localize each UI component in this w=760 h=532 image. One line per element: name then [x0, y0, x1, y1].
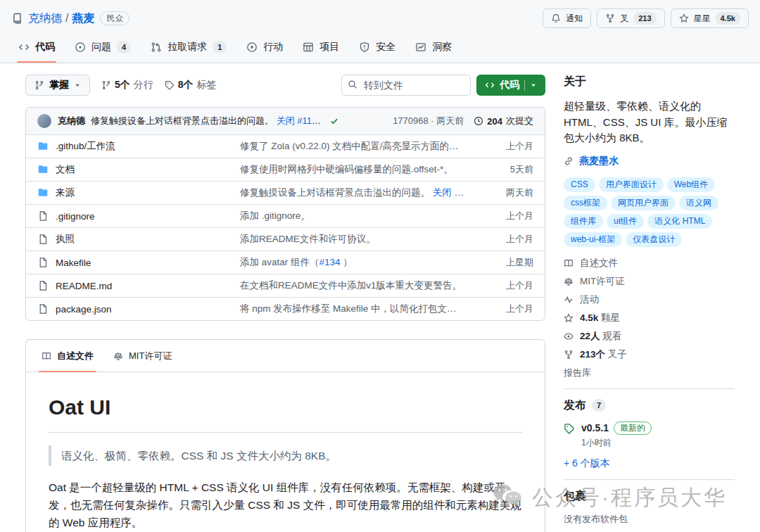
- more-releases-link[interactable]: + 6 个版本: [564, 457, 735, 470]
- release-version: v0.5.1: [581, 422, 609, 433]
- topic-tag[interactable]: 仪表盘设计: [626, 232, 682, 247]
- file-name[interactable]: 文档: [56, 163, 75, 176]
- topic-tag[interactable]: Web组件: [667, 177, 715, 192]
- commit-issue-link[interactable]: 关闭 #118: [277, 115, 321, 126]
- tab-readme-label: 自述文件: [57, 350, 94, 362]
- file-commit-message[interactable]: 在文档和README文件中添加v1版本重大变更警告。: [240, 279, 473, 292]
- repo-separator: /: [65, 12, 68, 25]
- pull-requests-count: 1: [213, 41, 227, 53]
- tag-icon: [564, 423, 575, 434]
- table-row[interactable]: Makefile 添加 avatar 组件（#134 ） 上星期: [26, 251, 545, 274]
- tags-link[interactable]: 8个 标签: [165, 79, 217, 91]
- breadcrumb: 克纳德 / 燕麦: [28, 11, 94, 26]
- table-row[interactable]: 执照 添加README文件和许可协议。 上个月: [26, 227, 545, 251]
- stat-readme[interactable]: 自述文件: [564, 257, 735, 270]
- file-name[interactable]: 来源: [56, 186, 75, 199]
- pull-request-icon: [151, 42, 162, 53]
- button-divider: [524, 80, 525, 91]
- topic-tag[interactable]: 用户界面设计: [599, 177, 664, 192]
- file-name[interactable]: package.json: [56, 304, 112, 315]
- commits-count: 204: [487, 116, 502, 127]
- stat-forks[interactable]: 213个 叉子: [564, 348, 735, 361]
- stat-activity[interactable]: 活动: [564, 293, 735, 306]
- tab-insights[interactable]: 洞察: [408, 37, 459, 63]
- commit-author[interactable]: 克纳德: [58, 115, 85, 127]
- about-title: 关于: [564, 75, 735, 89]
- fork-button[interactable]: 叉 213: [597, 8, 664, 28]
- tab-insights-label: 洞察: [432, 41, 452, 53]
- notifications-button[interactable]: 通知: [543, 8, 591, 28]
- code-button[interactable]: 代码: [476, 75, 545, 96]
- topic-tag[interactable]: css框架: [564, 196, 607, 210]
- website-link[interactable]: 燕麦墨水: [564, 155, 735, 167]
- report-repo-link[interactable]: 报告库: [564, 367, 735, 379]
- tab-readme[interactable]: 自述文件: [33, 340, 102, 372]
- file-icon: [37, 257, 49, 268]
- topic-tag[interactable]: 网页用户界面: [611, 196, 676, 210]
- tab-code[interactable]: 代码: [11, 37, 62, 63]
- fork-label: 叉: [620, 13, 628, 25]
- table-row[interactable]: .github/工作流 修复了 Zola (v0.22.0) 文档中配置/高亮显…: [26, 134, 545, 158]
- table-row[interactable]: 来源 修复触摸设备上对话框背景点击溢出的问题。 关闭 #118 。 两天前: [26, 181, 545, 204]
- commits-label: 次提交: [506, 115, 533, 127]
- chevron-down-icon: [530, 80, 537, 91]
- releases-title[interactable]: 发布 7: [564, 398, 735, 413]
- file-name[interactable]: .gitignore: [56, 211, 95, 222]
- repo-owner-link[interactable]: 克纳德: [28, 11, 62, 26]
- table-row[interactable]: README.md 在文档和README文件中添加v1版本重大变更警告。 上个月: [26, 274, 545, 297]
- avatar[interactable]: [37, 114, 51, 128]
- link-icon: [564, 156, 574, 166]
- commit-hash-time[interactable]: 1770968 · 两天前: [393, 115, 464, 127]
- topic-tag[interactable]: web-ui-框架: [564, 232, 622, 247]
- tab-issues[interactable]: 问题 4: [68, 37, 138, 63]
- topic-tag[interactable]: CSS: [564, 177, 595, 192]
- file-commit-message[interactable]: 修复使用时网格列中硬编码偏移量的问题.offset-*。: [240, 163, 473, 176]
- commit-message-link[interactable]: #134: [319, 257, 341, 267]
- file-commit-message[interactable]: 修复了 Zola (v0.22.0) 文档中配置/高亮显示方面的重大更改。 ..…: [240, 140, 473, 153]
- fork-count: 213: [633, 12, 656, 25]
- table-row[interactable]: 文档 修复使用时网格列中硬编码偏移量的问题.offset-*。 5天前: [26, 158, 545, 181]
- file-name[interactable]: README.md: [56, 281, 112, 291]
- branch-selector-button[interactable]: 掌握: [25, 75, 90, 96]
- tab-license[interactable]: MIT许可证: [105, 340, 180, 372]
- stat-watchers[interactable]: 22人 观看: [564, 330, 735, 343]
- commit-message-link[interactable]: 关闭 #118: [433, 187, 473, 198]
- table-row[interactable]: .gitignore 添加 .gitignore。 上个月: [26, 204, 545, 227]
- tab-pull-requests[interactable]: 拉取请求 1: [144, 37, 234, 63]
- book-icon: [42, 351, 51, 361]
- releases-title-label: 发布: [564, 398, 586, 413]
- topic-tag[interactable]: 组件库: [564, 214, 603, 229]
- table-row[interactable]: package.json 将 npm 发布操作移至 Makefile 中，以简化…: [26, 297, 545, 320]
- repo-name-link[interactable]: 燕麦: [72, 11, 94, 26]
- branches-link[interactable]: 5个 分行: [101, 79, 153, 91]
- git-branch-icon: [101, 80, 111, 90]
- stat-license[interactable]: MIT许可证: [564, 275, 735, 288]
- commit-history-link[interactable]: 204 次提交: [474, 115, 533, 127]
- tag-icon: [165, 80, 175, 90]
- tab-security[interactable]: 安全: [352, 37, 403, 63]
- check-icon[interactable]: [329, 116, 339, 126]
- topic-tag[interactable]: 语义化 HTML: [647, 214, 712, 229]
- file-name[interactable]: 执照: [56, 233, 75, 246]
- file-commit-message[interactable]: 添加 avatar 组件（#134 ）: [240, 256, 473, 269]
- file-commit-date: 上个月: [473, 140, 533, 153]
- file-browser: 克纳德 修复触摸设备上对话框背景点击溢出的问题。 关闭 #118 。 17709…: [25, 107, 545, 321]
- tab-projects[interactable]: 项目: [296, 37, 346, 63]
- branches-count: 5个: [115, 79, 130, 91]
- file-commit-message[interactable]: 添加 .gitignore。: [240, 210, 473, 222]
- file-commit-message[interactable]: 添加README文件和许可协议。: [240, 233, 473, 246]
- tab-actions[interactable]: 行动: [239, 37, 290, 63]
- latest-release[interactable]: v0.5.1 最新的 1小时前: [564, 422, 735, 449]
- topic-tag[interactable]: ui组件: [607, 214, 644, 229]
- file-name[interactable]: Makefile: [56, 258, 91, 268]
- topic-tag[interactable]: 语义网: [679, 196, 718, 210]
- file-commit-message[interactable]: 将 npm 发布操作移至 Makefile 中，以简化打包文件的路径。: [240, 303, 473, 315]
- stat-stars[interactable]: 4.5k 颗星: [564, 312, 735, 324]
- repo-content-column: 掌握 5个 分行 8个 标签: [25, 75, 545, 532]
- star-button[interactable]: 星星 4.5k: [671, 8, 749, 28]
- file-icon: [37, 234, 49, 245]
- commit-message[interactable]: 修复触摸设备上对话框背景点击溢出的问题。 关闭 #118 。: [91, 115, 323, 127]
- file-name[interactable]: .github/工作流: [56, 140, 115, 153]
- file-commit-message[interactable]: 修复触摸设备上对话框背景点击溢出的问题。 关闭 #118 。: [240, 186, 473, 199]
- goto-file-input[interactable]: [341, 75, 471, 96]
